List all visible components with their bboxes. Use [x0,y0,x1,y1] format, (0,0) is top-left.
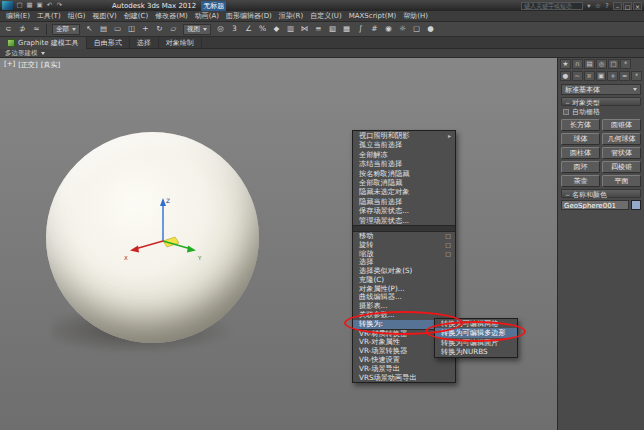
menubar-item[interactable]: 动画(A) [195,11,219,21]
use-pivot-center-icon[interactable]: ◎ [214,23,227,35]
quad-menu-item[interactable]: 旋转 □ [353,241,455,250]
modify-tab-icon[interactable]: ∩ [572,59,583,69]
tab-graphite-modeling-tools[interactable]: Graphite 建模工具 [0,37,87,49]
selection-filter-dropdown[interactable]: 全部 [52,24,80,35]
quad-menu-item[interactable]: 全部解冻 [353,150,455,159]
object-type-rollout[interactable]: 对象类型 [561,97,641,106]
mirror-icon[interactable]: ⋈ [298,23,311,35]
quad-menu-item[interactable]: 移动 □ [353,232,455,241]
rectangular-selection-icon[interactable]: ▭ [111,23,124,35]
quad-menu-item[interactable]: 保存场景状态... [353,206,455,215]
submenu-item[interactable]: 转换为NURBS [435,347,517,356]
primitive-button[interactable]: 圆锥体 [602,119,641,131]
named-selection-icon[interactable]: ▥ [284,23,297,35]
geometry-icon[interactable]: ● [560,71,571,81]
menubar-item[interactable]: 渲染(R) [279,11,303,21]
polygon-modeling-panel-strip[interactable]: 多边形建模 [0,49,644,58]
quad-menu-item[interactable]: 按名称取消隐藏 [353,169,455,178]
quad-menu-item[interactable]: 隐藏未选定对象 [353,187,455,196]
object-color-swatch[interactable] [631,200,641,210]
systems-icon[interactable]: * [631,71,642,81]
primitive-button[interactable]: 四棱锥 [602,161,641,173]
utilities-tab-icon[interactable]: * [620,59,631,69]
menubar-item[interactable]: 创建(C) [124,11,148,21]
motion-tab-icon[interactable]: ◎ [596,59,607,69]
save-file-icon[interactable]: ▣ [35,1,44,10]
move-gizmo[interactable]: Z X Y [122,192,210,266]
app-logo-icon[interactable] [2,1,13,10]
quad-menu-item[interactable]: 缩放 □ [353,250,455,259]
menubar-item[interactable]: 修改器(M) [155,11,188,21]
viewport-shading-menu[interactable]: [真实] [41,60,60,70]
graphite-ribbon-icon[interactable]: ▦ [340,23,353,35]
angle-snap-icon[interactable]: ∠ [242,23,255,35]
select-and-move-icon[interactable]: + [139,23,152,35]
curve-editor-icon[interactable]: ∫ [354,23,367,35]
new-file-icon[interactable]: ▢ [15,1,24,10]
quad-menu-item[interactable]: 视口照明和阴影 ▸ [353,131,455,140]
primitive-button[interactable]: 几何球体 [602,133,641,145]
render-setup-icon[interactable]: ☼ [396,23,409,35]
gizmo-x-axis[interactable] [135,241,163,249]
search-input[interactable] [521,2,583,10]
primitive-button[interactable]: 球体 [561,133,600,145]
snap-toggle-icon[interactable]: 3 [228,23,241,35]
material-editor-icon[interactable]: ◉ [382,23,395,35]
spacewarps-icon[interactable]: ≈ [619,71,630,81]
hierarchy-tab-icon[interactable]: ▤ [584,59,595,69]
tab-freeform[interactable]: 自由形式 [87,37,130,49]
select-object-icon[interactable]: ↖ [83,23,96,35]
percent-snap-icon[interactable]: % [256,23,269,35]
lights-icon[interactable]: ¤ [584,71,595,81]
open-file-icon[interactable]: ▦ [25,1,34,10]
quad-menu-item[interactable]: VRS场景动画导出 [353,374,455,383]
rendered-frame-icon[interactable]: ▢ [410,23,423,35]
quad-menu-item[interactable]: 选择类似对象(S) [353,267,455,276]
quad-menu-item[interactable]: 冻结当前选择 [353,159,455,168]
spinner-snap-icon[interactable]: ◆ [270,23,283,35]
shapes-icon[interactable]: ~ [572,71,583,81]
redo-icon[interactable]: ↷ [55,1,64,10]
schematic-view-icon[interactable]: # [368,23,381,35]
tab-object-paint[interactable]: 对象绘制 [159,37,202,49]
primitive-button[interactable]: 平面 [602,175,641,187]
object-name-field[interactable]: GeoSphere001 [561,200,629,210]
cameras-icon[interactable]: ▣ [596,71,607,81]
quad-menu-item[interactable]: 隐藏当前选择 [353,197,455,206]
primitive-button[interactable]: 管状体 [602,147,641,159]
layer-manager-icon[interactable]: ▧ [326,23,339,35]
tab-selection[interactable]: 选择 [130,37,159,49]
close-button[interactable]: × [633,2,642,10]
primitive-button[interactable]: 长方体 [561,119,600,131]
quad-menu-item[interactable]: 曲线编辑器... [353,293,455,302]
autogrid-checkbox[interactable] [563,109,569,115]
name-color-rollout[interactable]: 名称和颜色 [561,189,641,198]
menubar-item[interactable]: 图形编辑器(D) [226,11,272,21]
viewport-view-menu[interactable]: [正交] [18,60,37,70]
select-by-name-icon[interactable]: ▤ [97,23,110,35]
favorites-star-icon[interactable]: ☆ [594,2,602,10]
window-crossing-icon[interactable]: ◫ [125,23,138,35]
quad-menu-item[interactable]: 选择 [353,258,455,267]
helpers-icon[interactable]: + [607,71,618,81]
quad-menu-item[interactable]: 全部取消隐藏 [353,178,455,187]
quad-menu-item[interactable]: 孤立当前选择 [353,140,455,149]
menubar-item[interactable]: 自定义(U) [310,11,342,21]
minimize-button[interactable]: – [613,2,622,10]
primitive-button[interactable]: 圆柱体 [561,147,600,159]
menubar-item[interactable]: 编辑(E) [6,11,30,21]
menubar-item[interactable]: MAXScript(M) [349,12,396,20]
primitive-button[interactable]: 圆环 [561,161,600,173]
render-production-icon[interactable]: ● [424,23,437,35]
coordinate-system-dropdown[interactable]: 视图 [183,24,211,35]
primitive-button[interactable]: 茶壶 [561,175,600,187]
display-tab-icon[interactable]: ▢ [608,59,619,69]
align-icon[interactable]: ≡ [312,23,325,35]
quad-menu-item[interactable]: 对象属性(P)... [353,285,455,294]
quad-menu-item[interactable]: 摄影表... [353,302,455,311]
menubar-item[interactable]: 组(G) [68,11,86,21]
quad-menu-item[interactable]: 克隆(C) [353,276,455,285]
submenu-item[interactable]: 转换为可编辑网格 [435,319,517,328]
select-and-link-icon[interactable]: ⊂ [2,23,15,35]
select-and-scale-icon[interactable]: ▱ [167,23,180,35]
